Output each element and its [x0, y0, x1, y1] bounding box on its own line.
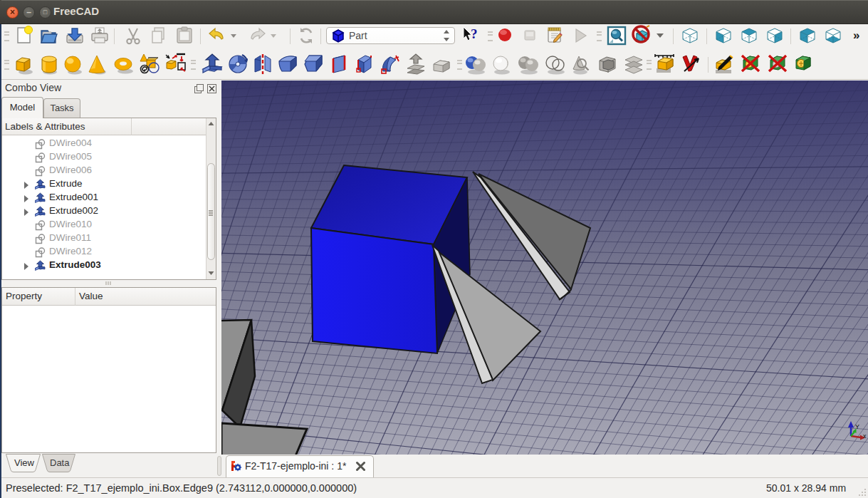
svg-text:Y: Y	[855, 423, 859, 430]
svg-text:View: View	[14, 457, 35, 468]
svg-text:?: ?	[471, 26, 478, 41]
svg-text:Data: Data	[50, 457, 70, 468]
svg-text:x: x	[863, 432, 867, 440]
